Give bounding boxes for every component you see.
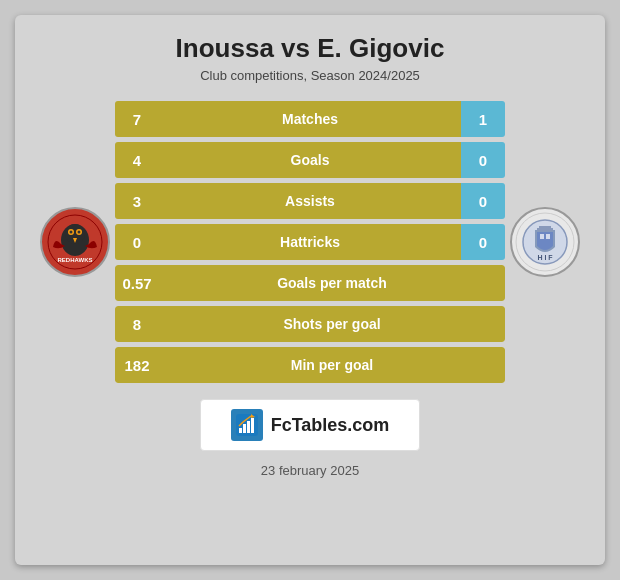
team-right-logo: H I F	[510, 207, 580, 277]
row-matches: 7 Matches 1	[115, 101, 505, 137]
row-goals-per-match: 0.57 Goals per match	[115, 265, 505, 301]
footer-date: 23 february 2025	[35, 463, 585, 478]
hattricks-left-value: 0	[115, 224, 159, 260]
goals-label: Goals	[159, 142, 461, 178]
svg-rect-20	[247, 421, 250, 433]
shots-per-goal-label: Shots per goal	[159, 306, 505, 342]
min-per-goal-label: Min per goal	[159, 347, 505, 383]
fctables-banner[interactable]: FcTables.com	[200, 399, 420, 451]
row-shots-per-goal: 8 Shots per goal	[115, 306, 505, 342]
assists-right-value: 0	[461, 183, 505, 219]
svg-point-7	[78, 231, 81, 234]
comparison-card: Inoussa vs E. Gigovic Club competitions,…	[15, 15, 605, 565]
row-goals: 4 Goals 0	[115, 142, 505, 178]
goals-per-match-label: Goals per match	[159, 265, 505, 301]
stats-area: REDHAWKS 7 Matches 1 4 Goals 0 3 Assists	[35, 101, 585, 383]
logo-right: H I F	[505, 207, 585, 277]
row-hattricks: 0 Hattricks 0	[115, 224, 505, 260]
fctables-icon	[231, 409, 263, 441]
shots-per-goal-value: 8	[115, 306, 159, 342]
matches-right-value: 1	[461, 101, 505, 137]
row-min-per-goal: 182 Min per goal	[115, 347, 505, 383]
team-left-logo: REDHAWKS	[40, 207, 110, 277]
svg-text:H I F: H I F	[537, 254, 553, 261]
matches-label: Matches	[159, 101, 461, 137]
fctables-brand-text: FcTables.com	[271, 415, 390, 436]
hattricks-right-value: 0	[461, 224, 505, 260]
hattricks-label: Hattricks	[159, 224, 461, 260]
assists-label: Assists	[159, 183, 461, 219]
svg-rect-14	[540, 234, 544, 239]
svg-text:REDHAWKS: REDHAWKS	[57, 257, 92, 263]
svg-rect-13	[537, 228, 553, 231]
goals-left-value: 4	[115, 142, 159, 178]
svg-rect-21	[251, 418, 254, 433]
matches-left-value: 7	[115, 101, 159, 137]
svg-rect-15	[546, 234, 550, 239]
min-per-goal-value: 182	[115, 347, 159, 383]
svg-rect-19	[243, 424, 246, 433]
logo-left: REDHAWKS	[35, 207, 115, 277]
page-title: Inoussa vs E. Gigovic	[35, 33, 585, 64]
page-subtitle: Club competitions, Season 2024/2025	[35, 68, 585, 83]
assists-left-value: 3	[115, 183, 159, 219]
goals-per-match-value: 0.57	[115, 265, 159, 301]
goals-right-value: 0	[461, 142, 505, 178]
row-assists: 3 Assists 0	[115, 183, 505, 219]
svg-point-6	[70, 231, 73, 234]
rows-container: 7 Matches 1 4 Goals 0 3 Assists 0 0 Hatt…	[115, 101, 505, 383]
svg-rect-18	[239, 428, 242, 433]
